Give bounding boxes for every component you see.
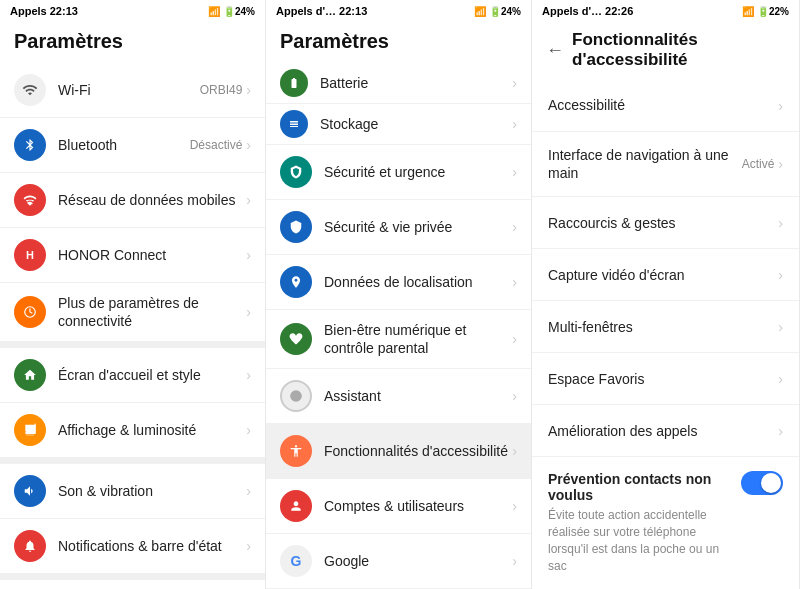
wellbeing-label: Bien-être numérique et contrôle parental (324, 321, 512, 357)
prevention-row: Prévention contacts non voulus Évite tou… (548, 471, 783, 574)
menu-item-honor[interactable]: H HONOR Connect › (0, 228, 265, 283)
access-main-label: Accessibilité (548, 96, 778, 114)
battery-icon-1: 🔋24% (223, 6, 255, 17)
access-calls-label: Amélioration des appels (548, 422, 778, 440)
sec-emergency-label: Sécurité et urgence (324, 163, 512, 181)
menu-item-bio[interactable]: Biométrie et mot de passe › (0, 580, 265, 589)
access-multiwindow-chevron: › (778, 319, 783, 335)
display-label: Affichage & luminosité (58, 421, 246, 439)
accessibility-label: Fonctionnalités d'accessibilité (324, 442, 512, 460)
accessibility-icon (280, 435, 312, 467)
access-shortcuts-chevron: › (778, 215, 783, 231)
access-item-shortcuts[interactable]: Raccourcis & gestes › (532, 197, 799, 249)
notif-chevron: › (246, 538, 251, 554)
assistant-chevron: › (512, 388, 517, 404)
menu-item-sound[interactable]: Son & vibration › (0, 464, 265, 519)
menu-item-connectivity[interactable]: Plus de paramètres de connectivité › (0, 283, 265, 342)
panel-3: Appels d'… 22:26 📶 🔋22% ← Fonctionnalité… (532, 0, 800, 589)
back-arrow-icon[interactable]: ← (546, 40, 564, 61)
connect-icon (14, 296, 46, 328)
access-nav-chevron: › (778, 156, 783, 172)
menu-item-wifi[interactable]: Wi-Fi ORBI49 › (0, 63, 265, 118)
signal-icon-3: 📶 (742, 6, 754, 17)
access-item-favorites[interactable]: Espace Favoris › (532, 353, 799, 405)
menu-item-accessibility[interactable]: Fonctionnalités d'accessibilité › (266, 424, 531, 479)
battery2-chevron: › (512, 75, 517, 91)
status-time-2: Appels d'… 22:13 (276, 5, 367, 17)
status-icons-3: 📶 🔋22% (742, 6, 789, 17)
wellbeing-icon (280, 323, 312, 355)
wifi-value: ORBI49 (200, 83, 243, 97)
mobile-icon (14, 184, 46, 216)
status-icons-1: 📶 🔋24% (208, 6, 255, 17)
access-item-main[interactable]: Accessibilité › (532, 80, 799, 132)
connect-chevron: › (246, 304, 251, 320)
prevention-section[interactable]: Prévention contacts non voulus Évite tou… (532, 457, 799, 589)
menu-item-sec-emergency[interactable]: Sécurité et urgence › (266, 145, 531, 200)
access-screen-record-chevron: › (778, 267, 783, 283)
storage2-chevron: › (512, 116, 517, 132)
status-time-1: Appels 22:13 (10, 5, 78, 17)
access-item-multiwindow[interactable]: Multi-fenêtres › (532, 301, 799, 353)
battery2-icon (280, 69, 308, 97)
sec-privacy-label: Sécurité & vie privée (324, 218, 512, 236)
status-bar-1: Appels 22:13 📶 🔋24% (0, 0, 265, 22)
panel-2: Appels d'… 22:13 📶 🔋24% Paramètres Batte… (266, 0, 532, 589)
access-item-nav[interactable]: Interface de navigation à une main Activ… (532, 132, 799, 197)
menu-item-battery2[interactable]: Batterie › (266, 63, 531, 104)
honor-label: HONOR Connect (58, 246, 246, 264)
mobile-chevron: › (246, 192, 251, 208)
prevention-toggle[interactable] (741, 471, 783, 495)
honor-icon: H (14, 239, 46, 271)
accounts-chevron: › (512, 498, 517, 514)
location-chevron: › (512, 274, 517, 290)
panel2-title: Paramètres (266, 22, 531, 63)
bluetooth-icon (14, 129, 46, 161)
prevention-desc: Évite toute action accidentelle réalisée… (548, 507, 729, 574)
menu-item-accounts[interactable]: Comptes & utilisateurs › (266, 479, 531, 534)
menu-item-display[interactable]: Affichage & luminosité › (0, 403, 265, 458)
wellbeing-chevron: › (512, 331, 517, 347)
menu-item-assistant[interactable]: Assistant › (266, 369, 531, 424)
menu-item-bluetooth[interactable]: Bluetooth Désactivé › (0, 118, 265, 173)
connect-label: Plus de paramètres de connectivité (58, 294, 246, 330)
access-favorites-label: Espace Favoris (548, 370, 778, 388)
access-main-chevron: › (778, 98, 783, 114)
sound-chevron: › (246, 483, 251, 499)
panel1-title: Paramètres (0, 22, 265, 63)
access-shortcuts-label: Raccourcis & gestes (548, 214, 778, 232)
menu-item-sec-privacy[interactable]: Sécurité & vie privée › (266, 200, 531, 255)
sec-emergency-icon (280, 156, 312, 188)
battery2-label: Batterie (320, 74, 512, 92)
menu-item-home[interactable]: Écran d'accueil et style › (0, 348, 265, 403)
home-label: Écran d'accueil et style (58, 366, 246, 384)
menu-item-wellbeing[interactable]: Bien-être numérique et contrôle parental… (266, 310, 531, 369)
prevention-text: Prévention contacts non voulus Évite tou… (548, 471, 729, 574)
access-nav-value: Activé (742, 157, 775, 171)
panel-1: Appels 22:13 📶 🔋24% Paramètres Wi-Fi ORB… (0, 0, 266, 589)
status-icons-2: 📶 🔋24% (474, 6, 521, 17)
menu-item-location[interactable]: Données de localisation › (266, 255, 531, 310)
panel3-header: ← Fonctionnalités d'accessibilité (532, 22, 799, 80)
menu-item-notif[interactable]: Notifications & barre d'état › (0, 519, 265, 574)
battery-icon-3: 🔋22% (757, 6, 789, 17)
menu-item-google[interactable]: G Google › (266, 534, 531, 589)
bluetooth-value: Désactivé (190, 138, 243, 152)
access-item-screen-record[interactable]: Capture vidéo d'écran › (532, 249, 799, 301)
storage2-label: Stockage (320, 115, 512, 133)
location-label: Données de localisation (324, 273, 512, 291)
notif-icon (14, 530, 46, 562)
bluetooth-label: Bluetooth (58, 136, 190, 154)
access-nav-label: Interface de navigation à une main (548, 146, 742, 182)
google-chevron: › (512, 553, 517, 569)
sound-icon (14, 475, 46, 507)
access-item-calls[interactable]: Amélioration des appels › (532, 405, 799, 457)
accounts-label: Comptes & utilisateurs (324, 497, 512, 515)
wifi-chevron: › (246, 82, 251, 98)
panel3-content: Accessibilité › Interface de navigation … (532, 80, 799, 589)
access-multiwindow-label: Multi-fenêtres (548, 318, 778, 336)
panel3-title: Fonctionnalités d'accessibilité (572, 30, 785, 70)
menu-item-mobile[interactable]: Réseau de données mobiles › (0, 173, 265, 228)
display-icon (14, 414, 46, 446)
menu-item-storage2[interactable]: Stockage › (266, 104, 531, 145)
